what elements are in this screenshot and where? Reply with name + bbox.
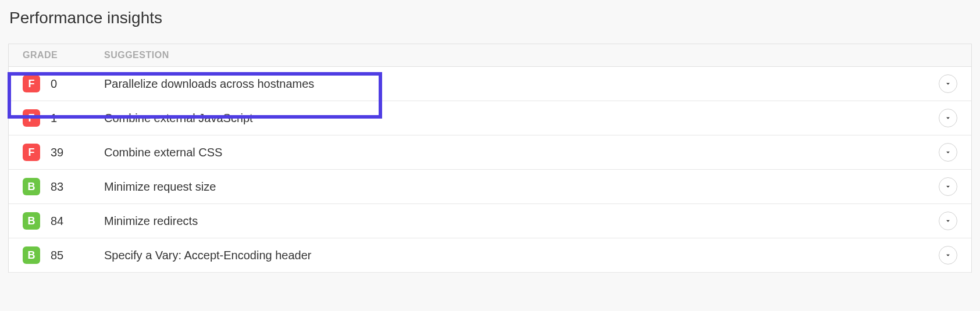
suggestion-text: Specify a Vary: Accept-Encoding header bbox=[104, 249, 934, 262]
column-header-suggestion: SUGGESTION bbox=[104, 50, 957, 60]
expand-cell bbox=[934, 109, 957, 127]
grade-cell: F39 bbox=[23, 144, 104, 161]
grade-badge: B bbox=[23, 246, 40, 264]
insight-row[interactable]: F0Parallelize downloads across hostnames bbox=[9, 67, 971, 101]
grade-badge: B bbox=[23, 178, 40, 195]
suggestion-text: Combine external JavaScript bbox=[104, 112, 934, 125]
grade-score: 84 bbox=[51, 215, 63, 228]
insight-row[interactable]: B83Minimize request size bbox=[9, 170, 971, 204]
grade-score: 83 bbox=[51, 180, 63, 194]
insight-row[interactable]: B85Specify a Vary: Accept-Encoding heade… bbox=[9, 238, 971, 273]
performance-insights-panel: Performance insights GRADE SUGGESTION F0… bbox=[8, 9, 972, 273]
insight-row[interactable]: F39Combine external CSS bbox=[9, 135, 971, 170]
grade-badge: B bbox=[23, 212, 40, 230]
table-header-row: GRADE SUGGESTION bbox=[9, 44, 971, 67]
expand-cell bbox=[934, 246, 957, 264]
insights-table: GRADE SUGGESTION F0Parallelize downloads… bbox=[8, 44, 972, 273]
grade-cell: F0 bbox=[23, 75, 104, 92]
expand-cell bbox=[934, 212, 957, 230]
chevron-down-icon bbox=[944, 148, 952, 156]
grade-cell: B83 bbox=[23, 178, 104, 195]
grade-score: 0 bbox=[51, 77, 57, 91]
expand-button[interactable] bbox=[939, 74, 957, 93]
expand-button[interactable] bbox=[939, 109, 957, 127]
suggestion-text: Minimize request size bbox=[104, 180, 934, 194]
column-header-grade: GRADE bbox=[23, 50, 104, 60]
grade-badge: F bbox=[23, 75, 40, 92]
chevron-down-icon bbox=[944, 114, 952, 122]
chevron-down-icon bbox=[944, 251, 952, 259]
insight-row[interactable]: B84Minimize redirects bbox=[9, 204, 971, 238]
insight-row[interactable]: F1Combine external JavaScript bbox=[9, 101, 971, 135]
grade-cell: B85 bbox=[23, 246, 104, 264]
grade-cell: B84 bbox=[23, 212, 104, 230]
chevron-down-icon bbox=[944, 183, 952, 191]
grade-score: 85 bbox=[51, 249, 63, 262]
expand-button[interactable] bbox=[939, 177, 957, 196]
expand-button[interactable] bbox=[939, 212, 957, 230]
grade-score: 39 bbox=[51, 146, 63, 159]
grade-badge: F bbox=[23, 109, 40, 127]
expand-cell bbox=[934, 143, 957, 162]
suggestion-text: Parallelize downloads across hostnames bbox=[104, 77, 934, 91]
chevron-down-icon bbox=[944, 217, 952, 225]
expand-button[interactable] bbox=[939, 246, 957, 264]
expand-cell bbox=[934, 177, 957, 196]
panel-title: Performance insights bbox=[8, 9, 972, 27]
grade-cell: F1 bbox=[23, 109, 104, 127]
expand-cell bbox=[934, 74, 957, 93]
suggestion-text: Combine external CSS bbox=[104, 146, 934, 159]
suggestion-text: Minimize redirects bbox=[104, 215, 934, 228]
chevron-down-icon bbox=[944, 80, 952, 88]
grade-badge: F bbox=[23, 144, 40, 161]
expand-button[interactable] bbox=[939, 143, 957, 162]
grade-score: 1 bbox=[51, 112, 57, 125]
